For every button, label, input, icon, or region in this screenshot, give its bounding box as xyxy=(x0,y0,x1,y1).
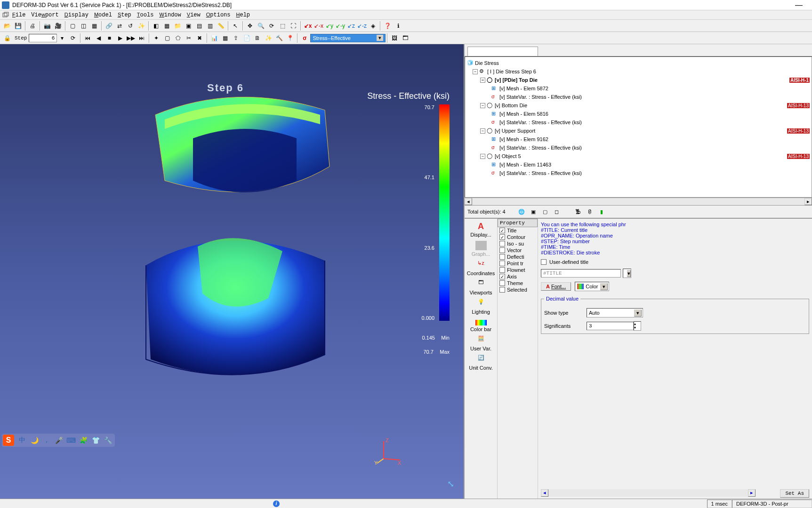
info-icon[interactable]: i xyxy=(273,500,280,507)
significants-input[interactable] xyxy=(587,322,634,330)
poly-select-icon[interactable]: ⬠ xyxy=(173,33,183,43)
tree-mesh[interactable]: ⊞ [v] Mesh - Elem 5872 xyxy=(467,84,810,93)
checkbox[interactable] xyxy=(499,274,505,279)
tree-object[interactable]: − ◯ [v] Object 5 AISI-H-13 xyxy=(467,152,810,160)
variable-combo[interactable]: Stress--Effective ▾ xyxy=(310,34,386,42)
ime-cn-icon[interactable]: 中 xyxy=(17,435,27,445)
var-icon[interactable]: σ xyxy=(299,33,310,43)
checkbox[interactable] xyxy=(499,267,505,273)
save-icon[interactable]: 💾 xyxy=(13,21,23,31)
menu-help[interactable]: Help xyxy=(236,12,250,18)
green-square-icon[interactable]: ▮ xyxy=(596,206,607,217)
open-icon[interactable]: 📂 xyxy=(2,21,12,31)
zoomwin-icon[interactable]: ⬚ xyxy=(277,21,288,31)
significants-spin[interactable]: ▴▾ xyxy=(634,321,641,331)
ime-punct-icon[interactable]: ， xyxy=(41,435,52,445)
tree-statevar[interactable]: σ [v] StateVar. : Stress - Effective (ks… xyxy=(467,118,810,127)
property-row[interactable]: Selected xyxy=(498,286,538,293)
view-nxy-icon[interactable]: ↙-x xyxy=(314,21,324,31)
expander-icon[interactable]: − xyxy=(480,103,485,108)
material-icon[interactable]: ▣ xyxy=(183,21,193,31)
expander-icon[interactable]: − xyxy=(473,69,478,74)
property-row[interactable]: Vector xyxy=(498,247,538,254)
whatsthis-icon[interactable]: ℹ xyxy=(393,21,403,31)
tree-hscroll[interactable]: ◂ ▸ xyxy=(465,198,812,205)
hammer-icon[interactable]: 🔨 xyxy=(274,33,284,43)
camera-icon[interactable]: 📷 xyxy=(42,21,52,31)
menu-model[interactable]: Model xyxy=(94,12,112,18)
cube-icon[interactable]: ◧ xyxy=(151,21,161,31)
ime-tools-icon[interactable]: 🔧 xyxy=(103,435,113,445)
viewport-3d[interactable]: Step 6 Stress - Effective (ksi) xyxy=(0,44,464,499)
pan-icon[interactable]: ✥ xyxy=(245,21,255,31)
slice-icon[interactable]: ✂ xyxy=(184,33,194,43)
expander-icon[interactable]: − xyxy=(480,128,485,134)
last-icon[interactable]: ⏭ xyxy=(137,33,147,43)
checkbox[interactable] xyxy=(499,280,505,286)
tree-statevar[interactable]: σ [v] StateVar. : Stress - Effective (ks… xyxy=(467,143,810,152)
scroll-left-icon[interactable]: ◂ xyxy=(465,198,472,205)
chevron-down-icon[interactable]: ▾ xyxy=(377,35,383,41)
doc-icon[interactable]: 📄 xyxy=(241,33,252,43)
cat-display[interactable]: ADisplay... xyxy=(466,222,496,238)
chart-icon[interactable]: 📊 xyxy=(209,33,219,43)
cat-unitconv[interactable]: 🔄Unit Conv. xyxy=(466,355,496,371)
cat-graph[interactable]: Graph... xyxy=(466,241,496,257)
pick-icon[interactable]: ✦ xyxy=(151,33,161,43)
delete-icon[interactable]: ✖ xyxy=(194,33,205,43)
stop-icon[interactable]: ■ xyxy=(104,33,114,43)
link-view-icon[interactable]: 🔗 xyxy=(104,21,114,31)
menu-display[interactable]: Display xyxy=(64,12,88,18)
view-zx-icon[interactable]: ↙z xyxy=(346,21,356,31)
menu-viewport[interactable]: Viewport xyxy=(31,12,58,18)
tree-object[interactable]: − ◯ [v] [PDie] Top Die AISI-H-1 xyxy=(467,76,810,84)
menu-file[interactable]: File xyxy=(12,12,25,18)
scroll-right-icon[interactable]: ▸ xyxy=(804,198,812,205)
menu-options[interactable]: Options xyxy=(206,12,231,18)
property-row[interactable]: Deflecti xyxy=(498,254,538,260)
property-row[interactable]: Iso - su xyxy=(498,240,538,247)
restore-window-icon[interactable] xyxy=(2,11,9,19)
cat-colorbar[interactable]: Color bar xyxy=(466,318,496,333)
first-icon[interactable]: ⏮ xyxy=(82,33,93,43)
video-icon[interactable]: 🎥 xyxy=(53,21,63,31)
export-icon[interactable]: ⇪ xyxy=(231,33,241,43)
lock-icon[interactable]: 🔒 xyxy=(2,33,12,43)
cube-trans-icon[interactable]: ◻ xyxy=(552,206,562,217)
reset-icon[interactable]: ↺ xyxy=(125,21,136,31)
box-select-icon[interactable]: ▢ xyxy=(162,33,172,43)
tree-mesh[interactable]: ⊞ [v] Mesh - Elem 5816 xyxy=(467,110,810,118)
tree-mesh[interactable]: ⊞ [v] Mesh - Elem 9162 xyxy=(467,135,810,143)
cube-solid-icon[interactable]: ▢ xyxy=(540,206,550,217)
checkbox[interactable] xyxy=(499,247,505,253)
property-row[interactable]: Flownet xyxy=(498,267,538,273)
ime-shirt-icon[interactable]: 👕 xyxy=(90,435,101,445)
menu-window[interactable]: Window xyxy=(159,12,181,18)
help-icon[interactable]: ❓ xyxy=(382,21,393,31)
layout-1-icon[interactable]: ▢ xyxy=(67,21,78,31)
pointer-icon[interactable]: ↖ xyxy=(230,21,241,31)
view-nyz-icon[interactable]: ↙-y xyxy=(335,21,346,31)
property-row[interactable]: Contour xyxy=(498,234,538,240)
landscape-icon[interactable]: 🖼 xyxy=(389,33,400,43)
cat-lighting[interactable]: 💡Lighting xyxy=(466,299,496,315)
iso-icon[interactable]: ◈ xyxy=(368,21,378,31)
show-type-combo[interactable]: Auto ▾ xyxy=(587,308,643,318)
spread-icon[interactable]: 🗎 xyxy=(252,33,263,43)
next-icon[interactable]: ▶▶ xyxy=(126,33,136,43)
wand-icon[interactable]: ✨ xyxy=(263,33,273,43)
step-input[interactable] xyxy=(29,34,57,42)
layout-2-icon[interactable]: ◫ xyxy=(78,21,88,31)
sogou-icon[interactable]: S xyxy=(3,435,14,446)
pin-icon[interactable]: 📍 xyxy=(285,33,295,43)
print-icon[interactable]: 🖨 xyxy=(27,21,38,31)
font-button[interactable]: A Font... xyxy=(541,282,571,291)
user-title-checkbox[interactable] xyxy=(541,259,547,265)
fit-icon[interactable]: ⛶ xyxy=(288,21,298,31)
view-yz-icon[interactable]: ↙y xyxy=(324,21,335,31)
menu-view[interactable]: View xyxy=(187,12,201,18)
title-history-combo[interactable]: ▾ xyxy=(623,269,631,278)
view-nzx-icon[interactable]: ↙-z xyxy=(357,21,367,31)
play-icon[interactable]: ▶ xyxy=(115,33,125,43)
menu-tools[interactable]: Tools xyxy=(137,12,154,18)
